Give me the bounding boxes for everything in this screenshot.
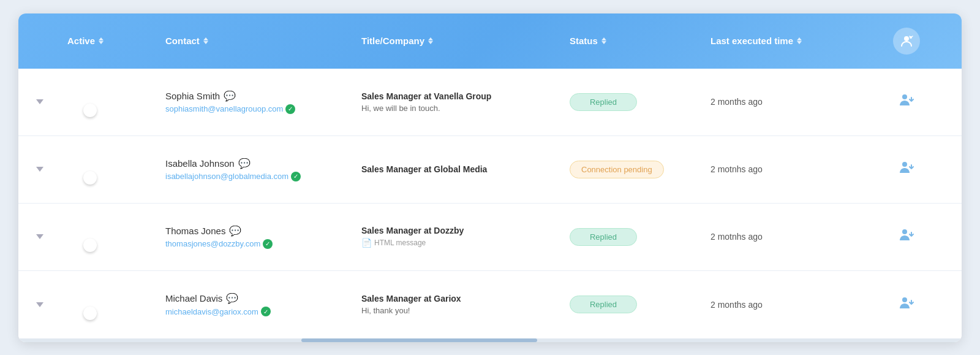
svg-point-0 bbox=[904, 36, 909, 41]
title-cell: Sales Manager at Global Media bbox=[361, 164, 570, 174]
time-text: 2 motnhs ago bbox=[710, 232, 763, 242]
chevron-down-icon bbox=[36, 167, 43, 172]
contact-cell: Isabella Johnson 💬 isabellajohnson@globa… bbox=[165, 158, 361, 181]
table-body: Sophia Smith 💬 sophiasmith@vanellagrouop… bbox=[18, 69, 962, 338]
scrollbar[interactable] bbox=[18, 338, 962, 342]
title-label: Title/Company bbox=[361, 36, 424, 46]
verified-icon: ✓ bbox=[263, 239, 273, 249]
contact-label: Contact bbox=[165, 36, 200, 46]
contact-email[interactable]: michaeldavis@gariox.com ✓ bbox=[165, 307, 361, 316]
time-text: 2 months ago bbox=[710, 97, 763, 107]
col-header-contact[interactable]: Contact bbox=[165, 36, 361, 46]
title-sub: Hi, thank you! bbox=[361, 306, 570, 315]
svg-point-2 bbox=[902, 94, 907, 99]
svg-point-3 bbox=[902, 162, 907, 167]
contact-cell: Sophia Smith 💬 sophiasmith@vanellagrouop… bbox=[165, 90, 361, 114]
title-main: Sales Manager at Vanella Group bbox=[361, 91, 570, 101]
file-icon: 📄 bbox=[361, 238, 372, 248]
verified-icon: ✓ bbox=[285, 104, 295, 114]
time-sort-icon[interactable] bbox=[797, 37, 802, 44]
contact-name: Isabella Johnson 💬 bbox=[165, 158, 361, 169]
expand-button[interactable] bbox=[31, 234, 49, 239]
chat-icon: 💬 bbox=[224, 90, 236, 102]
chevron-down-icon bbox=[36, 234, 43, 239]
contact-email[interactable]: isabellajohnson@globalmedia.com ✓ bbox=[165, 172, 361, 181]
col-header-active[interactable]: Active bbox=[67, 36, 165, 46]
status-badge: Connection pending bbox=[570, 161, 664, 178]
col-header-title[interactable]: Title/Company bbox=[361, 36, 570, 46]
title-cell: Sales Manager at Vanella Group Hi, we wi… bbox=[361, 91, 570, 113]
svg-point-5 bbox=[902, 297, 907, 302]
col-header-status[interactable]: Status bbox=[570, 36, 710, 46]
active-label: Active bbox=[67, 36, 95, 46]
contact-name: Thomas Jones 💬 bbox=[165, 225, 361, 237]
col-header-time[interactable]: Last executed time bbox=[710, 36, 882, 46]
contact-email[interactable]: thomasjones@dozzby.com ✓ bbox=[165, 239, 361, 249]
table-row: Isabella Johnson 💬 isabellajohnson@globa… bbox=[18, 136, 962, 204]
table-row: Thomas Jones 💬 thomasjones@dozzby.com ✓ … bbox=[18, 204, 962, 271]
svg-point-4 bbox=[902, 229, 907, 234]
contact-name: Sophia Smith 💬 bbox=[165, 90, 361, 102]
contacts-table: Active Contact Title/Company Status bbox=[18, 13, 962, 342]
active-sort-icon[interactable] bbox=[99, 37, 104, 44]
contact-cell: Thomas Jones 💬 thomasjones@dozzby.com ✓ bbox=[165, 225, 361, 249]
chat-icon: 💬 bbox=[226, 292, 238, 304]
chevron-down-icon bbox=[36, 302, 43, 307]
title-cell: Sales Manager at Dozzby 📄 HTML message bbox=[361, 226, 570, 248]
chat-icon: 💬 bbox=[229, 225, 241, 237]
person-icon[interactable] bbox=[899, 159, 914, 179]
table-row: Sophia Smith 💬 sophiasmith@vanellagrouop… bbox=[18, 69, 962, 136]
title-main: Sales Manager at Global Media bbox=[361, 164, 570, 174]
contact-sort-icon[interactable] bbox=[203, 37, 208, 44]
contact-name: Michael Davis 💬 bbox=[165, 292, 361, 304]
title-main: Sales Manager at Gariox bbox=[361, 294, 570, 303]
html-message: 📄 HTML message bbox=[361, 238, 570, 248]
header-avatar-icon bbox=[893, 28, 920, 55]
title-cell: Sales Manager at Gariox Hi, thank you! bbox=[361, 294, 570, 315]
expand-button[interactable] bbox=[31, 99, 49, 104]
table-header: Active Contact Title/Company Status bbox=[18, 13, 962, 69]
person-icon[interactable] bbox=[899, 227, 914, 246]
status-badge: Replied bbox=[570, 93, 637, 111]
title-main: Sales Manager at Dozzby bbox=[361, 226, 570, 235]
person-icon[interactable] bbox=[899, 295, 914, 315]
chevron-down-icon bbox=[36, 99, 43, 104]
status-label: Status bbox=[570, 36, 598, 46]
chat-icon: 💬 bbox=[238, 158, 251, 169]
status-sort-icon[interactable] bbox=[601, 37, 606, 44]
status-badge: Replied bbox=[570, 296, 637, 313]
contact-email[interactable]: sophiasmith@vanellagrouop.com ✓ bbox=[165, 104, 361, 114]
expand-button[interactable] bbox=[31, 167, 49, 172]
table-row: Michael Davis 💬 michaeldavis@gariox.com … bbox=[18, 271, 962, 338]
verified-icon: ✓ bbox=[261, 307, 271, 316]
scrollbar-thumb[interactable] bbox=[301, 338, 537, 342]
status-badge: Replied bbox=[570, 228, 637, 246]
time-text: 2 motnhs ago bbox=[710, 164, 763, 174]
expand-button[interactable] bbox=[31, 302, 49, 307]
title-sort-icon[interactable] bbox=[428, 37, 433, 44]
contact-cell: Michael Davis 💬 michaeldavis@gariox.com … bbox=[165, 292, 361, 316]
col-header-action bbox=[882, 28, 931, 55]
time-text: 2 months ago bbox=[710, 300, 763, 310]
verified-icon: ✓ bbox=[291, 172, 301, 181]
time-label: Last executed time bbox=[710, 36, 793, 46]
person-icon[interactable] bbox=[899, 92, 914, 112]
title-sub: Hi, we will be in touch. bbox=[361, 104, 570, 113]
